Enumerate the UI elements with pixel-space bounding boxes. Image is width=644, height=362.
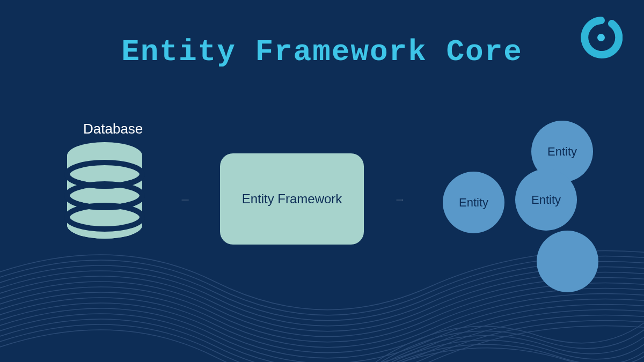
entity-label: Entity (531, 193, 561, 207)
arrow-db-to-ef (150, 200, 220, 201)
entity-label: Entity (459, 196, 488, 210)
database-icon (64, 142, 145, 241)
entity-framework-box: Entity Framework (220, 153, 364, 245)
database-label: Database (83, 121, 143, 137)
svg-marker-9 (402, 200, 404, 200)
entity-circle-1: Entity (443, 172, 504, 233)
logo-icon (580, 16, 623, 61)
ef-box-label: Entity Framework (242, 191, 342, 206)
entity-circle-4 (537, 231, 598, 292)
svg-point-1 (597, 34, 605, 41)
entity-label: Entity (547, 145, 577, 159)
arrow-ef-to-entities (365, 200, 435, 201)
svg-marker-7 (188, 200, 189, 200)
page-title: Entity Framework Core (121, 35, 523, 69)
entity-circle-3: Entity (515, 169, 577, 231)
